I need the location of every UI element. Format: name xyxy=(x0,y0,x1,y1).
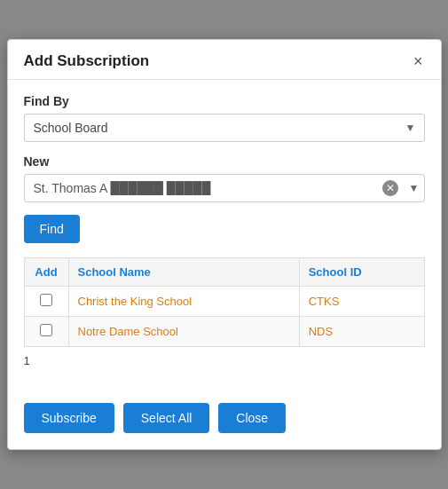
school-name-link[interactable]: Notre Dame School xyxy=(78,325,178,338)
row-school-name: Christ the King School xyxy=(68,287,299,317)
table-header: Add School Name School ID xyxy=(24,258,424,287)
page-count: 1 xyxy=(24,354,425,367)
find-by-section: Find By School Board School District ▼ xyxy=(24,94,425,142)
close-button[interactable]: Close xyxy=(218,403,286,433)
modal-footer: Subscribe Select All Close xyxy=(8,394,441,449)
find-by-label: Find By xyxy=(24,94,425,108)
table-row: Notre Dame SchoolNDS xyxy=(24,317,424,347)
row-school-name: Notre Dame School xyxy=(68,317,299,347)
table-row: Christ the King SchoolCTKS xyxy=(24,287,424,317)
modal-header: Add Subscription × xyxy=(8,40,441,80)
col-header-school-name: School Name xyxy=(68,258,299,287)
new-input-wrapper: ✕ ▼ xyxy=(24,174,425,202)
row-add-cell xyxy=(24,317,68,347)
find-by-select[interactable]: School Board School District xyxy=(24,114,425,142)
find-button[interactable]: Find xyxy=(24,215,80,243)
find-by-select-wrapper: School Board School District ▼ xyxy=(24,114,425,142)
select-all-button[interactable]: Select All xyxy=(123,403,210,433)
modal-body: Find By School Board School District ▼ N… xyxy=(8,80,441,394)
input-dropdown-button[interactable]: ▼ xyxy=(409,182,420,194)
table-body: Christ the King SchoolCTKSNotre Dame Sch… xyxy=(24,287,424,347)
modal-overlay: Add Subscription × Find By School Board … xyxy=(0,0,448,489)
new-label: New xyxy=(24,154,425,169)
close-icon-button[interactable]: × xyxy=(412,53,425,69)
row-school-id: CTKS xyxy=(299,287,424,317)
new-section: New ✕ ▼ xyxy=(24,154,425,202)
school-name-link[interactable]: Christ the King School xyxy=(78,295,193,308)
row-checkbox[interactable] xyxy=(40,294,52,306)
results-table: Add School Name School ID Christ the Kin… xyxy=(24,257,425,347)
modal-title: Add Subscription xyxy=(24,52,150,70)
row-add-cell xyxy=(24,287,68,317)
row-school-id: NDS xyxy=(299,317,424,347)
row-checkbox[interactable] xyxy=(40,324,52,336)
col-header-add: Add xyxy=(24,258,68,287)
clear-input-button[interactable]: ✕ xyxy=(382,180,398,196)
col-header-school-id: School ID xyxy=(299,258,424,287)
add-subscription-modal: Add Subscription × Find By School Board … xyxy=(7,39,442,450)
new-input[interactable] xyxy=(24,174,425,202)
subscribe-button[interactable]: Subscribe xyxy=(24,403,114,433)
